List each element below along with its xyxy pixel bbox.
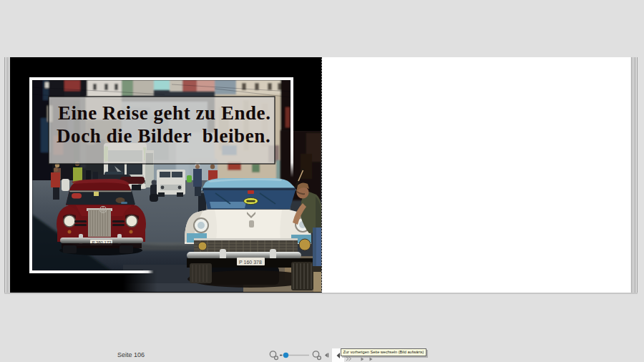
svg-text:Doch die Bilder bleiben.: Doch die Bilder bleiben. xyxy=(57,125,270,147)
svg-text:Eine Reise geht zu Ende.: Eine Reise geht zu Ende. xyxy=(58,102,270,124)
svg-text:P 160 378: P 160 378 xyxy=(239,260,262,265)
